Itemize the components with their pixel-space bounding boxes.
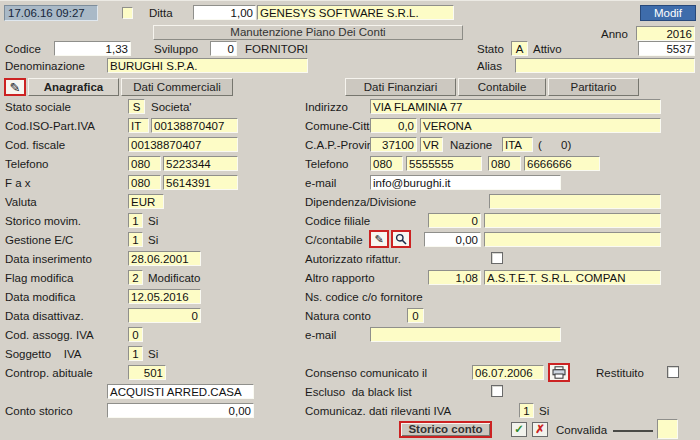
- dipendenza-field[interactable]: [489, 194, 661, 209]
- comune-codice-field[interactable]: 0,0: [370, 118, 417, 133]
- stato-sociale-field[interactable]: S: [128, 99, 145, 114]
- altro-rapporto-field[interactable]: 1,08: [428, 270, 481, 285]
- controp-abituale-field[interactable]: 501: [128, 365, 166, 380]
- telefono2-num1-field[interactable]: 5555555: [406, 156, 482, 171]
- indirizzo-field[interactable]: VIA FLAMINIA 77: [370, 99, 661, 114]
- print-button[interactable]: [548, 363, 570, 382]
- gestione-ec-field[interactable]: 1: [128, 232, 143, 247]
- codice-filiale-desc-field[interactable]: [484, 213, 661, 228]
- email-field[interactable]: info@burughi.it: [370, 175, 561, 190]
- telefono2-pref2-field[interactable]: 080: [488, 156, 521, 171]
- telefono2-num2-field[interactable]: 6666666: [524, 156, 600, 171]
- soggetto-iva-field[interactable]: 1: [128, 346, 143, 361]
- cod-assogg-iva-field[interactable]: 0: [128, 327, 143, 342]
- comunicaz-iva-label: Comunicaz. dati rilevanti IVA: [305, 405, 451, 418]
- consenso-data-field[interactable]: 06.07.2006: [472, 365, 544, 380]
- anno-field[interactable]: 2016: [636, 26, 695, 41]
- black-list-checkbox[interactable]: [491, 385, 503, 397]
- data-modifica-field[interactable]: 12.05.2016: [128, 289, 201, 304]
- c-contabile-search-button[interactable]: [391, 230, 411, 248]
- denominazione-label: Denominazione: [5, 60, 85, 73]
- cancel-button[interactable]: ✗: [532, 422, 548, 437]
- confirm-button[interactable]: ✓: [511, 422, 527, 437]
- cod-iso-partiva-label: Cod.ISO-Part.IVA: [5, 120, 95, 133]
- data-inserimento-label: Data inserimento: [5, 253, 92, 266]
- email2-label: e-mail: [305, 329, 336, 342]
- cod-iso-field[interactable]: IT: [128, 118, 149, 133]
- email2-field[interactable]: [370, 327, 561, 342]
- comunicaz-iva-field[interactable]: 1: [519, 403, 534, 418]
- fax-prefisso-field[interactable]: 080: [128, 175, 161, 190]
- c-contabile-edit-button[interactable]: ✎: [369, 230, 389, 248]
- nazione-codice: ( 0): [538, 139, 571, 152]
- tab-anagrafica[interactable]: Anagrafica: [28, 78, 119, 96]
- cod-assogg-iva-label: Cod. assogg. IVA: [5, 329, 94, 342]
- comune-label: Comune-Città: [305, 120, 376, 133]
- telefono-prefisso-field[interactable]: 080: [128, 156, 161, 171]
- altro-rapporto-desc-field[interactable]: A.S.T.E.T. S.R.L. COMPAN: [484, 270, 661, 285]
- partita-iva-field[interactable]: 00138870407: [151, 118, 238, 133]
- data-inserimento-field[interactable]: 28.06.2001: [128, 251, 201, 266]
- comune-nome-field[interactable]: VERONA: [420, 118, 661, 133]
- tab-partitario[interactable]: Partitario: [548, 78, 639, 96]
- ditta-code-field[interactable]: 1,00: [193, 5, 256, 20]
- provincia-field[interactable]: VR: [420, 137, 443, 152]
- conto-numero-field[interactable]: 5537: [638, 41, 695, 56]
- storico-conto-button[interactable]: Storico conto: [399, 421, 492, 438]
- ditta-name-field[interactable]: GENESYS SOFTWARE S.R.L.: [257, 5, 454, 20]
- storico-movim-desc: Si: [148, 215, 158, 228]
- sviluppo-field[interactable]: 0: [210, 41, 237, 56]
- tab-contabile[interactable]: Contabile: [458, 78, 546, 96]
- stato-label: Stato: [477, 43, 504, 56]
- cap-field[interactable]: 37100: [370, 137, 417, 152]
- valuta-label: Valuta: [5, 196, 37, 209]
- flag-modifica-field[interactable]: 2: [128, 270, 143, 285]
- convalida-field[interactable]: [657, 419, 678, 439]
- black-list-label: Escluso da black list: [305, 386, 412, 399]
- codice-field[interactable]: 1,33: [54, 41, 131, 56]
- storico-movim-field[interactable]: 1: [128, 213, 143, 228]
- restituito-label: Restituito: [596, 367, 644, 380]
- app-window: 17.06.16 09:27 Ditta 1,00 GENESYS SOFTWA…: [0, 0, 700, 440]
- edit-anagrafica-button[interactable]: ✎: [4, 78, 26, 96]
- autorizzato-rifattur-label: Autorizzato rifattur.: [305, 253, 401, 266]
- printer-icon: [552, 366, 566, 379]
- restituito-checkbox[interactable]: [667, 366, 679, 378]
- telefono-numero-field[interactable]: 5223344: [163, 156, 238, 171]
- modif-button[interactable]: Modif: [640, 5, 696, 21]
- conto-storico-field[interactable]: 0,00: [107, 403, 254, 418]
- gestione-ec-label: Gestione E/C: [5, 234, 73, 247]
- codice-filiale-label: Codice filiale: [305, 215, 370, 228]
- flag-modifica-label: Flag modifica: [5, 272, 73, 285]
- denominazione-field[interactable]: BURUGHI S.P.A.: [107, 58, 308, 73]
- natura-conto-field[interactable]: 0: [407, 308, 424, 323]
- codice-label: Codice: [5, 43, 41, 56]
- data-disattivaz-field[interactable]: 0: [128, 308, 201, 323]
- codice-filiale-field[interactable]: 0: [428, 213, 481, 228]
- categoria-label: FORNITORI: [245, 43, 308, 56]
- mini-flag-field[interactable]: [122, 7, 133, 19]
- convalida-label: Convalida: [556, 424, 607, 437]
- c-contabile-desc-field[interactable]: [484, 232, 661, 247]
- cod-fiscale-field[interactable]: 00138870407: [128, 137, 238, 152]
- cod-fiscale-label: Cod. fiscale: [5, 139, 65, 152]
- soggetto-iva-desc: Si: [148, 348, 158, 361]
- nazione-field[interactable]: ITA: [502, 137, 533, 152]
- stato-sociale-desc: Societa': [151, 101, 192, 114]
- c-contabile-label: C/contabile: [305, 234, 363, 247]
- dipendenza-label: Dipendenza/Divisione: [305, 196, 416, 209]
- fax-numero-field[interactable]: 5614391: [163, 175, 238, 190]
- autorizzato-rifattur-checkbox[interactable]: [491, 252, 503, 264]
- telefono2-pref1-field[interactable]: 080: [370, 156, 403, 171]
- conto-storico-label: Conto storico: [5, 405, 73, 418]
- c-contabile-field[interactable]: 0,00: [424, 232, 481, 247]
- indirizzo-label: Indirizzo: [305, 101, 348, 114]
- tab-dati-finanziari[interactable]: Dati Finanziari: [345, 78, 456, 96]
- ns-codice-label: Ns. codice c/o fornitore: [305, 291, 423, 304]
- valuta-field[interactable]: EUR: [128, 194, 164, 209]
- stato-sociale-label: Stato sociale: [5, 101, 71, 114]
- alias-field[interactable]: [515, 58, 695, 73]
- stato-field[interactable]: A: [511, 41, 528, 56]
- page-title: Manutenzione Piano Dei Conti: [153, 25, 463, 40]
- tab-dati-commerciali[interactable]: Dati Commerciali: [121, 78, 233, 96]
